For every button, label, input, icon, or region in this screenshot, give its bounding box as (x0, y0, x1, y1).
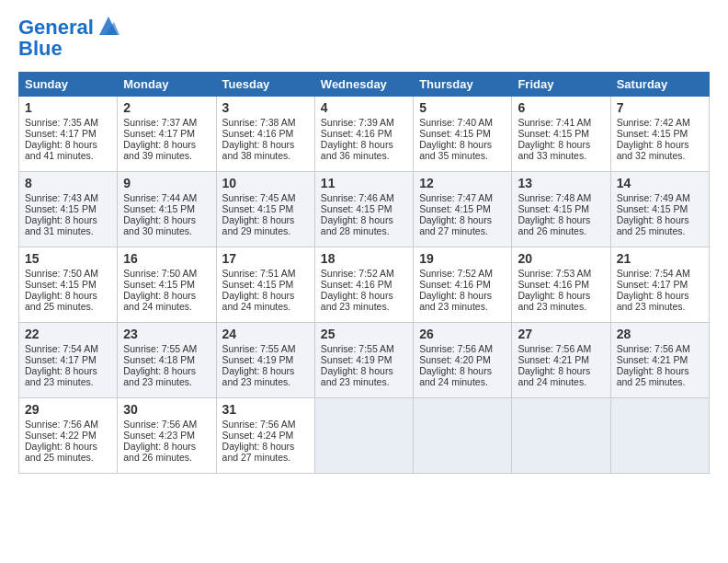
header-tuesday: Tuesday (216, 73, 314, 97)
calendar-cell (610, 398, 709, 474)
calendar-cell: 22 Sunrise: 7:54 AM Sunset: 4:17 PM Dayl… (19, 323, 118, 398)
logo: General Blue (18, 15, 121, 61)
header-friday: Friday (512, 73, 610, 97)
day-number: 11 (321, 176, 407, 190)
sunrise: Sunrise: 7:50 AM (25, 268, 98, 279)
daylight: Daylight: 8 hours and 25 minutes. (25, 441, 97, 463)
calendar-cell: 7 Sunrise: 7:42 AM Sunset: 4:15 PM Dayli… (610, 97, 709, 172)
calendar-cell: 31 Sunrise: 7:56 AM Sunset: 4:24 PM Dayl… (216, 398, 314, 474)
daylight: Daylight: 8 hours and 35 minutes. (419, 139, 492, 161)
calendar-cell: 15 Sunrise: 7:50 AM Sunset: 4:15 PM Dayl… (19, 247, 118, 323)
calendar-cell: 2 Sunrise: 7:37 AM Sunset: 4:17 PM Dayli… (118, 97, 216, 172)
sunrise: Sunrise: 7:54 AM (25, 343, 98, 354)
sunset: Sunset: 4:21 PM (518, 354, 589, 365)
sunset: Sunset: 4:15 PM (617, 128, 688, 139)
daylight: Daylight: 8 hours and 25 minutes. (25, 290, 97, 312)
calendar-cell: 21 Sunrise: 7:54 AM Sunset: 4:17 PM Dayl… (610, 247, 709, 323)
daylight: Daylight: 8 hours and 28 minutes. (321, 214, 393, 236)
day-number: 14 (617, 176, 703, 190)
sunset: Sunset: 4:23 PM (123, 430, 195, 441)
sunset: Sunset: 4:19 PM (222, 354, 294, 365)
sunrise: Sunrise: 7:56 AM (419, 343, 493, 354)
day-number: 26 (419, 327, 506, 341)
calendar-cell (414, 398, 512, 474)
sunrise: Sunrise: 7:56 AM (222, 419, 296, 430)
sunset: Sunset: 4:15 PM (25, 203, 97, 214)
calendar-row: 1 Sunrise: 7:35 AM Sunset: 4:17 PM Dayli… (19, 97, 710, 172)
day-number: 23 (123, 327, 210, 341)
calendar-cell: 28 Sunrise: 7:56 AM Sunset: 4:21 PM Dayl… (610, 323, 709, 398)
sunset: Sunset: 4:15 PM (518, 128, 589, 139)
daylight: Daylight: 8 hours and 36 minutes. (321, 139, 393, 161)
calendar-cell: 26 Sunrise: 7:56 AM Sunset: 4:20 PM Dayl… (414, 323, 512, 398)
header-sunday: Sunday (19, 73, 118, 97)
sunset: Sunset: 4:19 PM (321, 354, 392, 365)
day-number: 13 (518, 176, 604, 190)
sunrise: Sunrise: 7:54 AM (617, 268, 690, 279)
calendar-cell (512, 398, 610, 474)
daylight: Daylight: 8 hours and 30 minutes. (123, 214, 196, 236)
logo-text: General (18, 17, 94, 39)
daylight: Daylight: 8 hours and 31 minutes. (25, 214, 97, 236)
calendar-cell: 29 Sunrise: 7:56 AM Sunset: 4:22 PM Dayl… (19, 398, 118, 474)
sunrise: Sunrise: 7:40 AM (419, 117, 493, 128)
sunrise: Sunrise: 7:38 AM (222, 117, 296, 128)
day-number: 6 (518, 100, 604, 115)
sunset: Sunset: 4:15 PM (222, 279, 294, 290)
sunset: Sunset: 4:17 PM (25, 354, 97, 365)
sunrise: Sunrise: 7:37 AM (123, 117, 197, 128)
day-number: 18 (321, 251, 407, 266)
sunrise: Sunrise: 7:53 AM (518, 268, 591, 279)
daylight: Daylight: 8 hours and 26 minutes. (518, 214, 590, 236)
sunset: Sunset: 4:15 PM (123, 203, 195, 214)
header-monday: Monday (118, 73, 216, 97)
sunrise: Sunrise: 7:52 AM (321, 268, 394, 279)
calendar-cell: 8 Sunrise: 7:43 AM Sunset: 4:15 PM Dayli… (19, 172, 118, 247)
header-thursday: Thursday (414, 73, 512, 97)
calendar-cell: 17 Sunrise: 7:51 AM Sunset: 4:15 PM Dayl… (216, 247, 314, 323)
day-number: 27 (518, 327, 604, 341)
day-number: 25 (321, 327, 407, 341)
calendar-cell: 16 Sunrise: 7:50 AM Sunset: 4:15 PM Dayl… (118, 247, 216, 323)
day-number: 21 (617, 251, 703, 266)
logo-icon (96, 13, 121, 39)
day-number: 1 (25, 100, 111, 115)
sunrise: Sunrise: 7:49 AM (617, 192, 690, 203)
sunset: Sunset: 4:17 PM (617, 279, 688, 290)
day-number: 31 (222, 402, 309, 417)
daylight: Daylight: 8 hours and 24 minutes. (123, 290, 196, 312)
day-number: 19 (419, 251, 506, 266)
daylight: Daylight: 8 hours and 41 minutes. (25, 139, 97, 161)
calendar-table: SundayMondayTuesdayWednesdayThursdayFrid… (18, 72, 710, 474)
calendar-cell: 20 Sunrise: 7:53 AM Sunset: 4:16 PM Dayl… (512, 247, 610, 323)
sunrise: Sunrise: 7:56 AM (25, 419, 98, 430)
sunrise: Sunrise: 7:51 AM (222, 268, 296, 279)
sunrise: Sunrise: 7:43 AM (25, 192, 98, 203)
sunset: Sunset: 4:16 PM (222, 128, 294, 139)
day-number: 24 (222, 327, 309, 341)
sunset: Sunset: 4:17 PM (123, 128, 195, 139)
calendar-row: 15 Sunrise: 7:50 AM Sunset: 4:15 PM Dayl… (19, 247, 710, 323)
daylight: Daylight: 8 hours and 27 minutes. (222, 441, 295, 463)
daylight: Daylight: 8 hours and 23 minutes. (321, 365, 393, 387)
calendar-cell: 1 Sunrise: 7:35 AM Sunset: 4:17 PM Dayli… (19, 97, 118, 172)
sunrise: Sunrise: 7:44 AM (123, 192, 197, 203)
daylight: Daylight: 8 hours and 23 minutes. (617, 290, 689, 312)
calendar-cell: 12 Sunrise: 7:47 AM Sunset: 4:15 PM Dayl… (414, 172, 512, 247)
sunrise: Sunrise: 7:52 AM (419, 268, 493, 279)
sunrise: Sunrise: 7:39 AM (321, 117, 394, 128)
calendar-row: 29 Sunrise: 7:56 AM Sunset: 4:22 PM Dayl… (19, 398, 710, 474)
main-container: General Blue SundayMondayTuesdayWednesda… (0, 0, 728, 485)
day-number: 2 (123, 100, 210, 115)
header: General Blue (18, 15, 710, 61)
daylight: Daylight: 8 hours and 32 minutes. (617, 139, 689, 161)
calendar-cell: 25 Sunrise: 7:55 AM Sunset: 4:19 PM Dayl… (314, 323, 413, 398)
sunrise: Sunrise: 7:47 AM (419, 192, 493, 203)
calendar-row: 8 Sunrise: 7:43 AM Sunset: 4:15 PM Dayli… (19, 172, 710, 247)
day-number: 30 (123, 402, 210, 417)
header-row: SundayMondayTuesdayWednesdayThursdayFrid… (19, 73, 710, 97)
day-number: 28 (617, 327, 703, 341)
daylight: Daylight: 8 hours and 29 minutes. (222, 214, 295, 236)
day-number: 4 (321, 100, 407, 115)
calendar-cell: 4 Sunrise: 7:39 AM Sunset: 4:16 PM Dayli… (314, 97, 413, 172)
